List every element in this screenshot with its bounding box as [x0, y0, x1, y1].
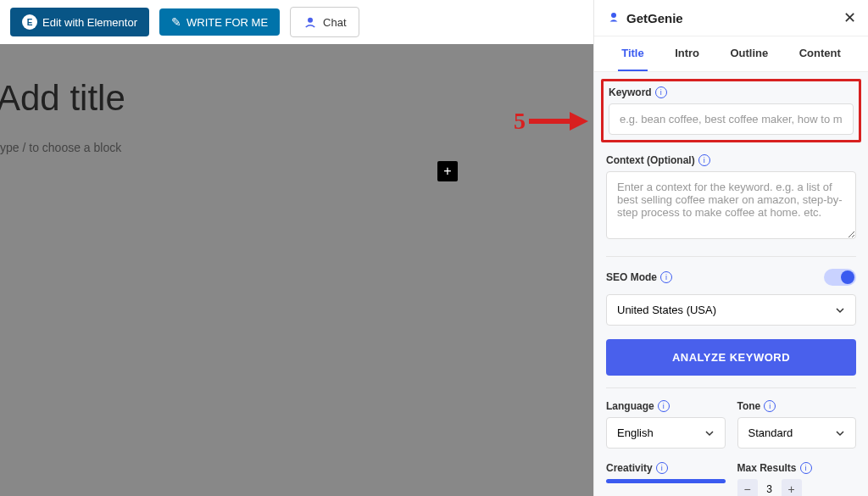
stepper-minus[interactable]: −	[737, 479, 758, 496]
stepper-value: 3	[758, 483, 782, 495]
seo-mode-label: SEO Mode	[606, 271, 657, 283]
genie-logo-icon	[606, 10, 621, 25]
stepper-plus[interactable]: +	[782, 479, 802, 496]
chat-button[interactable]: Chat	[290, 7, 359, 37]
brand-text: GetGenie	[626, 11, 683, 25]
seo-mode-toggle[interactable]	[824, 269, 856, 286]
info-icon[interactable]: i	[660, 271, 672, 283]
language-select[interactable]: English	[606, 417, 726, 449]
analyze-keyword-button[interactable]: ANALYZE KEYWORD	[606, 339, 856, 376]
pencil-icon: ✎	[171, 15, 181, 29]
info-icon[interactable]: i	[800, 462, 812, 474]
post-title-input[interactable]: Add title	[0, 44, 593, 136]
edit-elementor-button[interactable]: E Edit with Elementor	[10, 8, 149, 36]
info-icon[interactable]: i	[656, 462, 668, 474]
keyword-label: Keyword	[609, 86, 652, 98]
add-block-icon[interactable]: +	[437, 161, 458, 181]
brand-logo: GetGenie	[606, 10, 683, 25]
divider	[606, 256, 856, 257]
max-results-label: Max Results	[737, 462, 797, 474]
context-label: Context (Optional)	[606, 154, 695, 166]
info-icon[interactable]: i	[764, 400, 776, 412]
write-for-me-button[interactable]: ✎ WRITE FOR ME	[159, 8, 280, 36]
info-icon[interactable]: i	[658, 400, 670, 412]
language-label: Language	[606, 400, 654, 412]
editor-canvas[interactable]: Add title ype / to choose a block +	[0, 44, 593, 496]
getgenie-sidebar: GetGenie ✕ Title Intro Outline Content K…	[593, 0, 868, 496]
sidebar-tabs: Title Intro Outline Content	[594, 36, 868, 72]
close-icon[interactable]: ✕	[843, 8, 856, 27]
write-for-me-label: WRITE FOR ME	[186, 16, 268, 29]
svg-point-0	[308, 18, 313, 23]
tone-label: Tone	[737, 400, 761, 412]
elementor-icon: E	[22, 14, 37, 30]
tab-outline[interactable]: Outline	[726, 36, 771, 71]
creativity-label: Creativity	[606, 462, 653, 474]
tone-select[interactable]: Standard	[737, 417, 857, 449]
tab-title[interactable]: Title	[618, 36, 648, 71]
country-select[interactable]: United States (USA)	[606, 294, 856, 326]
keyword-input[interactable]	[609, 103, 854, 135]
elementor-button-label: Edit with Elementor	[42, 16, 137, 29]
divider	[606, 387, 856, 388]
info-icon[interactable]: i	[698, 154, 710, 166]
info-icon[interactable]: i	[655, 86, 667, 98]
keyword-section-highlighted: Keyword i	[601, 79, 861, 142]
genie-chat-icon	[303, 14, 318, 30]
context-textarea[interactable]	[606, 171, 856, 239]
chat-label: Chat	[323, 16, 346, 29]
creativity-slider[interactable]	[606, 479, 726, 483]
block-hint-text[interactable]: ype / to choose a block	[0, 136, 593, 154]
svg-point-3	[611, 13, 616, 18]
tab-content[interactable]: Content	[796, 36, 844, 71]
tab-intro[interactable]: Intro	[671, 36, 703, 71]
